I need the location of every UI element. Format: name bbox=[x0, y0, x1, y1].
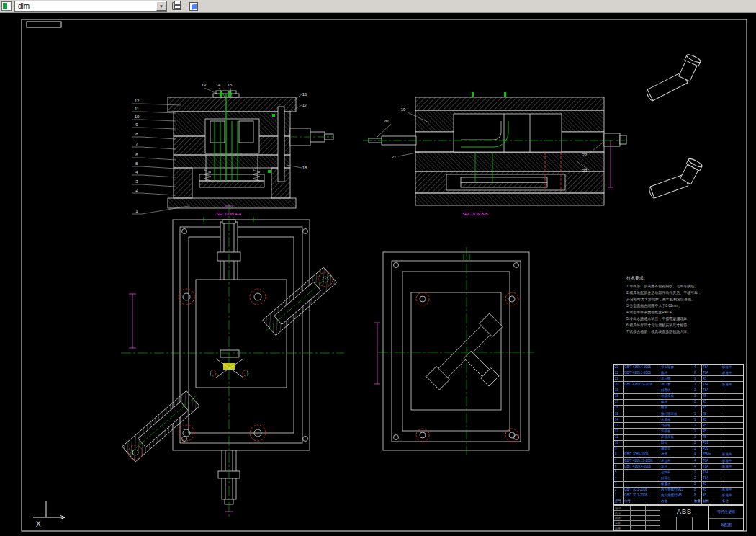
bom-cell: 45 bbox=[702, 376, 721, 381]
bom-cell: 拉料杆 bbox=[660, 470, 693, 475]
bom-cell: 2 bbox=[693, 400, 701, 405]
bom-cell bbox=[624, 475, 660, 481]
bom-cell: GB/T 4169.13-2006 bbox=[624, 458, 660, 463]
bom-cell: 1 bbox=[693, 417, 701, 422]
plan-view-2 bbox=[374, 247, 534, 455]
bom-cell: 弹簧 bbox=[660, 452, 693, 457]
bom-cell: 1 bbox=[693, 376, 701, 381]
bom-cell: 9 bbox=[614, 447, 623, 452]
bom-cell: 浇口套 bbox=[660, 382, 693, 387]
revision-label: 标记 bbox=[614, 506, 630, 510]
bom-cell bbox=[721, 435, 743, 440]
revision-label: 校核 bbox=[614, 516, 630, 520]
revision-label: 设计 bbox=[614, 511, 630, 515]
bom-cell bbox=[624, 394, 660, 399]
bom-cell: 内六角螺钉M12 bbox=[660, 488, 693, 493]
bom-cell: 标准件 bbox=[721, 382, 743, 387]
bom-cell: 垫块 bbox=[660, 400, 693, 405]
part-label: 15 bbox=[228, 83, 233, 87]
part-label: 17 bbox=[302, 103, 307, 107]
bom-cell: 标准件 bbox=[721, 370, 743, 375]
notes-line: 开合模时无卡滞现象，推出机构复位准确。 bbox=[626, 297, 695, 302]
part-label: 23 bbox=[582, 169, 588, 173]
bom-cell: 定模板 bbox=[660, 429, 693, 434]
chevron-down-icon: ▼ bbox=[159, 4, 163, 9]
bom-cell: 1 bbox=[693, 423, 701, 428]
bom-cell: 19 bbox=[614, 388, 623, 393]
part-label: 21 bbox=[392, 155, 397, 159]
bom-cell: 45 bbox=[702, 493, 721, 499]
dim-style-combobox[interactable]: dim ▼ bbox=[14, 1, 167, 12]
bom-cell: 2 bbox=[693, 441, 701, 446]
bom-cell: 2 bbox=[614, 488, 623, 493]
bom-cell: 16 bbox=[614, 406, 623, 411]
bom-cell: 18 bbox=[614, 394, 623, 399]
bom-cell: GB/T 2089-2009 bbox=[624, 452, 660, 457]
drawing-title: 弯管注塑模 bbox=[709, 506, 743, 519]
bom-cell: 2 bbox=[693, 447, 701, 452]
title-block-right: 弯管注塑模 装配图 bbox=[709, 506, 743, 530]
bom-cell: 复位杆 bbox=[660, 458, 693, 463]
bom-cell: T8A bbox=[702, 382, 721, 387]
bom-cell: 1 bbox=[693, 406, 701, 411]
bom-cell bbox=[624, 435, 660, 440]
ucs-icon: X bbox=[33, 501, 65, 528]
print-button[interactable] bbox=[170, 1, 184, 12]
bom-cell bbox=[624, 470, 660, 475]
notes-line: 1.零件加工后表面不得有裂纹、毛刺等缺陷。 bbox=[626, 284, 698, 289]
bom-cell: GB/T 70.1-2008 bbox=[624, 488, 660, 493]
bom-cell bbox=[624, 400, 660, 405]
bom-cell: 2 bbox=[693, 475, 701, 481]
bom-cell: 17 bbox=[614, 400, 623, 405]
combobox-value: dim bbox=[18, 2, 30, 10]
bom-cell: 动模座板 bbox=[660, 394, 693, 399]
bom-cell: 45 bbox=[702, 417, 721, 422]
bom-cell bbox=[721, 470, 743, 475]
notes-line: 6.模具外形尺寸与注塑机安装尺寸相符。 bbox=[626, 323, 690, 327]
view-3d-button[interactable] bbox=[186, 1, 200, 12]
bom-cell: 1 bbox=[693, 394, 701, 399]
bom-cell: 1 bbox=[693, 470, 701, 475]
part-label: 18 bbox=[302, 166, 307, 170]
bom-cell: 标准件 bbox=[721, 464, 743, 469]
bom-cell: 标准件 bbox=[721, 365, 743, 370]
bom-cell: 45 bbox=[702, 482, 721, 487]
toolbar: dim ▼ bbox=[0, 0, 756, 13]
bom-cell: 45 bbox=[702, 435, 721, 440]
notes-title: 技术要求: bbox=[626, 276, 645, 281]
app-icon[interactable] bbox=[1, 1, 12, 11]
bom-cell bbox=[721, 376, 743, 381]
bom-header-cell: 代号 bbox=[624, 499, 660, 504]
bom-cell: 4 bbox=[693, 464, 701, 469]
bom-cell: T8A bbox=[702, 388, 721, 393]
bom-cell bbox=[721, 423, 743, 428]
bom-cell: 定位圈 bbox=[660, 376, 693, 381]
bom-cell: 4 bbox=[614, 475, 623, 481]
bom-cell bbox=[624, 388, 660, 393]
section-a-view bbox=[168, 91, 333, 208]
bom-cell: 动模板 bbox=[660, 423, 693, 428]
bom-cell: T8A bbox=[702, 475, 721, 481]
bom-cell bbox=[721, 429, 743, 434]
bom-cell: 斜导柱 bbox=[660, 475, 693, 481]
bom-cell: 10 bbox=[614, 441, 623, 446]
bom-cell: T8A bbox=[702, 370, 721, 375]
combobox-dropdown-button[interactable]: ▼ bbox=[156, 1, 166, 11]
bom-cell: 导柱 bbox=[660, 464, 693, 469]
bom-cell: GB/T 4169.1-2006 bbox=[624, 370, 660, 375]
bom-cell: 3 bbox=[614, 482, 623, 487]
part-label: 3 bbox=[135, 179, 138, 184]
bom-cell: P20 bbox=[702, 447, 721, 452]
bom-cell: 推杆固定板 bbox=[660, 411, 693, 416]
printer-icon bbox=[172, 2, 181, 10]
bom-cell: 侧型芯 bbox=[660, 447, 693, 452]
part-label: 13 bbox=[202, 83, 207, 87]
bom-cell: 6 bbox=[614, 464, 623, 469]
bom-cell bbox=[624, 441, 660, 446]
bom-cell: 6 bbox=[693, 370, 701, 375]
bom-cell: 21 bbox=[614, 376, 623, 381]
bom-cell: GB/T 4169.4-2006 bbox=[624, 464, 660, 469]
bom-cell bbox=[721, 400, 743, 405]
bom-cell: 内六角螺钉M8 bbox=[660, 493, 693, 499]
plan-view-1 bbox=[121, 204, 344, 517]
